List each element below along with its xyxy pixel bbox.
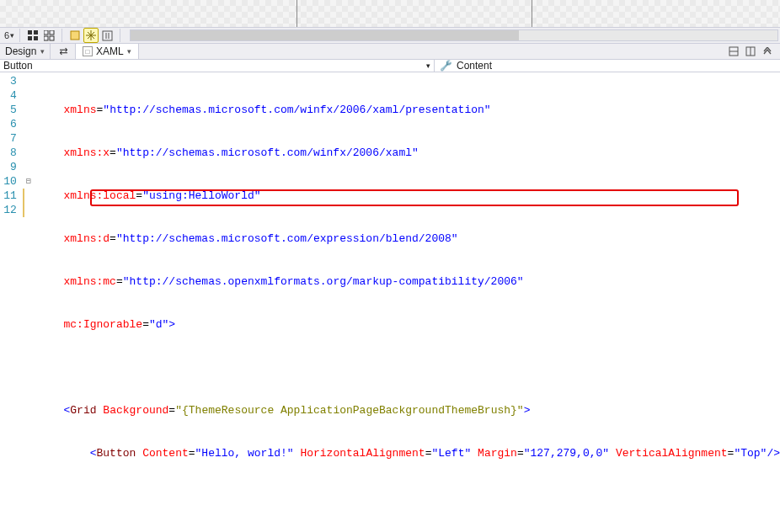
phone-preview-frame (297, 0, 532, 27)
line-number-gutter: 3 4 5 6 7 8 9 10 11 12 (0, 72, 23, 532)
svg-rect-2 (28, 36, 32, 40)
svg-rect-9 (103, 31, 112, 40)
designer-toolbar: 6▾ (0, 27, 780, 44)
svg-rect-8 (71, 31, 79, 40)
scrollbar-thumb[interactable] (131, 30, 519, 40)
xaml-editor[interactable]: 3 4 5 6 7 8 9 10 11 12 ⊟ xmlns="http://s… (0, 72, 780, 532)
svg-rect-6 (44, 36, 48, 40)
element-path-bar: Button ▾ 🔧 Content (0, 60, 780, 72)
expand-pane-icon[interactable] (726, 44, 741, 59)
code-area[interactable]: xmlns="http://schemas.microsoft.com/winf… (32, 72, 780, 532)
design-tab[interactable]: Design▾ (0, 44, 51, 59)
swap-icon: ⇅ (57, 47, 69, 56)
snap-lines-icon[interactable] (99, 28, 115, 43)
svg-rect-1 (34, 30, 38, 35)
xaml-tab[interactable]: □ XAML▾ (76, 44, 139, 59)
horizontal-scrollbar[interactable] (130, 29, 778, 41)
svg-rect-7 (50, 36, 54, 40)
fold-toggle-icon[interactable]: ⊟ (24, 174, 32, 189)
design-xaml-splitter: Design▾ ⇅ □ XAML▾ (0, 44, 780, 60)
swap-panes-button[interactable]: ⇅ (51, 44, 76, 59)
design-surface[interactable]: Hello, world! (0, 0, 780, 27)
svg-rect-3 (34, 36, 38, 40)
grid-dark-icon[interactable] (25, 28, 40, 43)
wrench-icon: 🔧 (440, 60, 452, 72)
zoom-level[interactable]: 6▾ (4, 30, 14, 40)
svg-rect-5 (50, 30, 54, 35)
svg-rect-4 (44, 30, 48, 35)
collapse-pane-icon[interactable] (760, 44, 775, 59)
vertical-split-icon[interactable] (743, 44, 758, 59)
snap-grid-icon[interactable] (83, 28, 99, 43)
toggle-effects-icon[interactable] (67, 28, 83, 43)
svg-rect-0 (28, 30, 32, 35)
property-selector[interactable]: Content (457, 60, 492, 72)
grid-light-icon[interactable] (41, 28, 56, 43)
fold-column[interactable]: ⊟ (24, 72, 32, 532)
element-selector[interactable]: Button ▾ (0, 60, 435, 72)
